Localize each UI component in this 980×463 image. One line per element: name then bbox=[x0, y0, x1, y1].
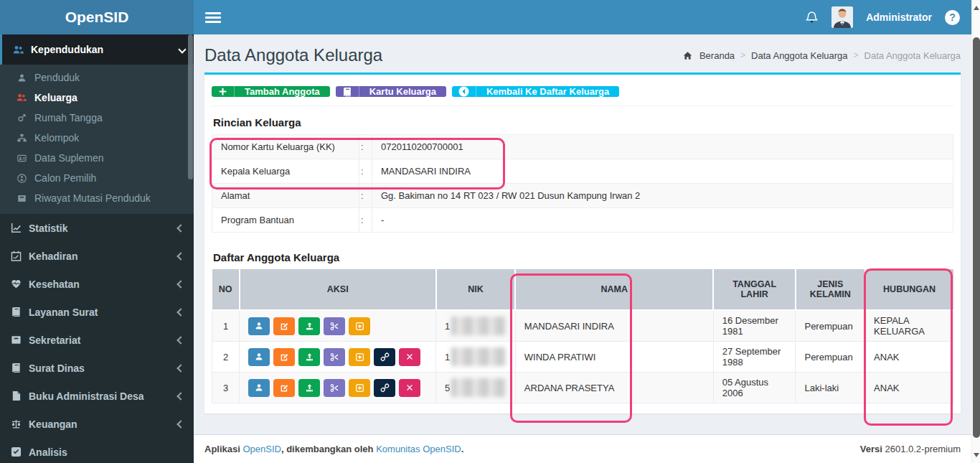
edit-member-button[interactable] bbox=[273, 317, 295, 335]
breadcrumb-level1[interactable]: Data Anggota Keluarga bbox=[751, 50, 847, 61]
table-row: Nomor Kartu Keluarga (KK) : 072011020070… bbox=[212, 135, 953, 159]
sidebar-item-riwayat-mutasi-penduduk[interactable]: Riwayat Mutasi Penduduk bbox=[0, 188, 194, 208]
action-cell bbox=[240, 342, 436, 373]
breadcrumb-home[interactable]: Beranda bbox=[699, 50, 735, 61]
sidebar-item-kelompok[interactable]: Kelompok bbox=[0, 128, 194, 148]
archive-icon bbox=[16, 194, 27, 203]
tambah-peristiwa-button[interactable] bbox=[349, 379, 370, 397]
sidebar-item-kehadiran[interactable]: Kehadiran bbox=[0, 242, 194, 270]
opensid-link[interactable]: OpenSID bbox=[242, 444, 281, 454]
sidebar-item-penduduk[interactable]: Penduduk bbox=[0, 67, 194, 88]
user-menu[interactable]: Administrator bbox=[866, 11, 932, 23]
footer-text: Aplikasi bbox=[204, 444, 242, 454]
column-header-aksi: AKSI bbox=[240, 269, 436, 310]
action-cell bbox=[240, 310, 436, 342]
link-kk-button[interactable] bbox=[374, 379, 395, 397]
sidebar-item-label: Data Suplemen bbox=[34, 152, 104, 164]
kembali-ke-daftar-keluarga-button[interactable]: Kembali Ke Daftar Keluarga bbox=[452, 86, 619, 97]
user-avatar[interactable] bbox=[831, 6, 853, 28]
tambah-peristiwa-button[interactable] bbox=[349, 317, 370, 335]
box-icon bbox=[10, 335, 22, 345]
detail-value: MANDASARI INDIRA bbox=[372, 159, 953, 184]
detail-value: - bbox=[372, 208, 953, 233]
table-row: Program Bantuan : - bbox=[212, 208, 953, 233]
detail-member-button[interactable] bbox=[248, 317, 270, 335]
pecah-kk-button[interactable] bbox=[324, 379, 345, 397]
sidebar-item-data-suplemen[interactable]: Data Suplemen bbox=[0, 148, 194, 168]
edit-member-button[interactable] bbox=[273, 348, 295, 366]
tanggal-lahir-cell: 16 Desember 1981 bbox=[713, 310, 796, 342]
scrollbar-thumb[interactable] bbox=[973, 37, 980, 438]
version-value: 2601.0.2-premium bbox=[882, 444, 961, 454]
tambah-peristiwa-button[interactable] bbox=[349, 348, 370, 366]
kependudukan-submenu: Penduduk Keluarga Rumah Tangga Kelompok … bbox=[0, 65, 194, 214]
sidebar-item-keuangan[interactable]: Keuangan bbox=[0, 410, 194, 438]
pecah-kk-button[interactable] bbox=[324, 348, 345, 366]
table-row: Kepala Keluarga : MANDASARI INDIRA bbox=[212, 159, 953, 184]
upload-button[interactable] bbox=[298, 348, 320, 366]
opensid-app: OpenSID Administrator ? Kependudukan Pen… bbox=[0, 0, 980, 463]
sidebar-item-keluarga[interactable]: Keluarga bbox=[0, 88, 194, 108]
sidebar-item-buku-administrasi-desa[interactable]: Buku Administrasi Desa bbox=[0, 382, 194, 410]
users-icon bbox=[16, 93, 27, 103]
version-label: Versi bbox=[860, 444, 882, 454]
version-info: Versi 2601.0.2-premium bbox=[860, 444, 961, 454]
komunitas-opensid-link[interactable]: Komunitas OpenSID bbox=[376, 444, 461, 454]
detail-member-button[interactable] bbox=[248, 379, 270, 397]
sidebar-item-label: Kehadiran bbox=[29, 251, 171, 262]
toolbar: Tambah Anggota Kartu Keluarga Kembali Ke… bbox=[212, 83, 953, 106]
app-logo[interactable]: OpenSID bbox=[0, 0, 194, 34]
notifications-bell-icon[interactable] bbox=[805, 11, 819, 24]
tambah-anggota-button[interactable]: Tambah Anggota bbox=[212, 86, 330, 97]
sidebar-item-label: Riwayat Mutasi Penduduk bbox=[34, 192, 151, 204]
check-square-icon bbox=[10, 446, 22, 457]
sidebar-item-layanan-surat[interactable]: Layanan Surat bbox=[0, 298, 194, 326]
detail-colon: : bbox=[359, 135, 372, 159]
chevron-left-icon bbox=[176, 252, 184, 260]
sidebar-item-analisis[interactable]: Analisis bbox=[0, 438, 194, 463]
kartu-keluarga-button[interactable]: Kartu Keluarga bbox=[336, 86, 446, 97]
daftar-anggota-heading: Daftar Anggota Keluarga bbox=[213, 251, 952, 263]
footer-text: , dikembangkan oleh bbox=[281, 444, 376, 454]
button-label: Kembali Ke Daftar Keluarga bbox=[476, 86, 619, 97]
edit-member-button[interactable] bbox=[273, 379, 295, 397]
sidebar-item-kesehatan[interactable]: Kesehatan bbox=[0, 270, 194, 298]
detail-label: Alamat bbox=[212, 184, 359, 208]
sidebar-item-calon-pemilih[interactable]: Calon Pemilih bbox=[0, 168, 194, 188]
help-icon[interactable]: ? bbox=[945, 10, 960, 25]
sidebar-item-label: Analisis bbox=[29, 446, 184, 458]
remove-member-button[interactable] bbox=[399, 379, 420, 397]
sidebar-scrollbar[interactable] bbox=[188, 34, 193, 179]
pecah-kk-button[interactable] bbox=[324, 317, 345, 335]
sidebar-item-label: Sekretariat bbox=[29, 335, 171, 346]
row-number: 1 bbox=[212, 310, 240, 342]
gender-icon bbox=[16, 113, 27, 123]
sidebar-item-sekretariat[interactable]: Sekretariat bbox=[0, 326, 194, 354]
person-icon bbox=[16, 73, 27, 83]
row-number: 2 bbox=[212, 342, 240, 373]
remove-member-button[interactable] bbox=[399, 348, 420, 366]
scroll-down-arrow-icon[interactable] bbox=[974, 453, 979, 457]
detail-member-button[interactable] bbox=[248, 348, 270, 366]
column-header-nama: NAMA bbox=[515, 269, 713, 310]
detail-value: 0720110200700001 bbox=[372, 135, 953, 159]
sidebar-item-statistik[interactable]: Statistik bbox=[0, 214, 194, 242]
column-header-jenis-kelamin: JENIS KELAMIN bbox=[796, 269, 865, 310]
sidebar-item-rumah-tangga[interactable]: Rumah Tangga bbox=[0, 108, 194, 128]
scroll-up-arrow-icon[interactable] bbox=[974, 6, 979, 10]
breadcrumb: Beranda > Data Anggota Keluarga > Data A… bbox=[682, 50, 961, 61]
sidebar-item-kependudukan[interactable]: Kependudukan bbox=[0, 34, 194, 65]
upload-button[interactable] bbox=[298, 317, 320, 335]
upload-button[interactable] bbox=[298, 379, 320, 397]
page-scrollbar[interactable] bbox=[971, 0, 980, 463]
home-icon bbox=[682, 51, 694, 60]
top-bar: OpenSID Administrator ? bbox=[0, 0, 971, 34]
detail-colon: : bbox=[359, 159, 372, 184]
jenis-kelamin-cell: Perempuan bbox=[796, 310, 865, 342]
sidebar-item-surat-dinas[interactable]: Surat Dinas bbox=[0, 354, 194, 382]
sidebar-toggle-icon[interactable] bbox=[205, 12, 221, 23]
chevron-left-icon bbox=[176, 336, 184, 344]
breadcrumb-separator: > bbox=[740, 50, 745, 60]
nama-cell: MANDASARI INDIRA bbox=[515, 310, 713, 342]
link-kk-button[interactable] bbox=[374, 348, 395, 366]
